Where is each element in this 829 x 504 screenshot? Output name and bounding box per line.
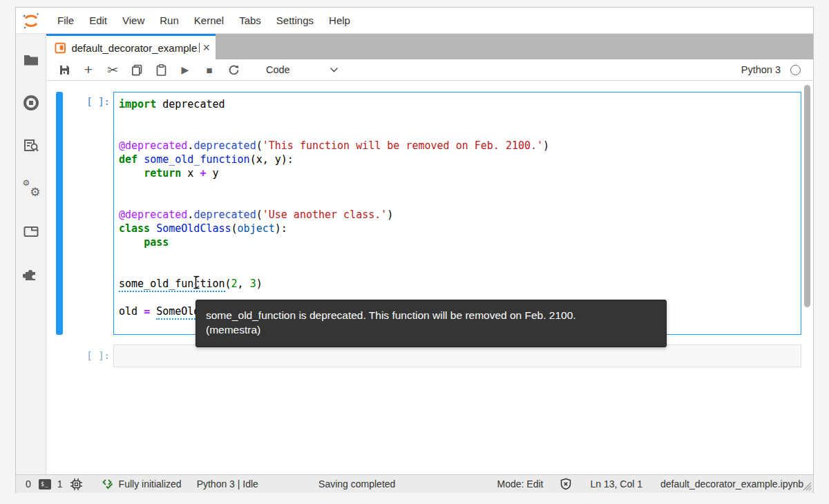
code-line[interactable]: [119, 125, 801, 139]
left-sidebar: ⚙ ⚙: [16, 34, 46, 474]
settings-gears-icon[interactable]: ⚙ ⚙: [23, 180, 39, 197]
code-editor[interactable]: import deprecated @deprecated.deprecated…: [113, 92, 801, 335]
tooltip-line2: (memestra): [206, 322, 656, 337]
cut-cells-button[interactable]: ✂: [104, 61, 121, 78]
menu-settings[interactable]: Settings: [269, 8, 321, 34]
tab-close-icon[interactable]: ×: [202, 42, 210, 53]
kernel-name-button[interactable]: Python 3: [741, 64, 781, 75]
save-button[interactable]: [56, 61, 73, 78]
tab-title: default_decorator_example.i: [71, 42, 198, 54]
code-line[interactable]: [119, 194, 801, 208]
cell-input-prompt: [ ]:: [78, 350, 110, 361]
code-line[interactable]: some_old_function(2, 3): [119, 277, 801, 291]
command-mode-indicator[interactable]: Mode: Edit: [497, 478, 544, 490]
code-line[interactable]: class SomeOldClass(object):: [119, 222, 801, 235]
kernel-status-icon[interactable]: [790, 65, 801, 75]
cell-collapser-bar[interactable]: [56, 92, 63, 335]
kernel-status-item[interactable]: Python 3 | Idle: [197, 478, 258, 490]
code-line[interactable]: [119, 263, 801, 277]
empty-code-cell[interactable]: [113, 345, 801, 367]
code-line[interactable]: @deprecated.deprecated('Use another clas…: [119, 208, 801, 222]
file-browser-icon[interactable]: [23, 52, 39, 68]
notebook-toolbar: + ✂ ▶ ■ Code Python 3: [46, 59, 813, 81]
terminal-icon: $_: [39, 479, 51, 490]
dock-tab-bar: default_decorator_example.i ×: [46, 34, 813, 59]
code-line[interactable]: @deprecated.deprecated('This function wi…: [119, 139, 801, 153]
mouse-ibeam-cursor: [192, 275, 201, 289]
code-line[interactable]: pass: [119, 235, 801, 249]
resize-grip-icon[interactable]: [801, 480, 812, 491]
deprecation-tooltip: some_old_function is deprecated. This fu…: [196, 300, 667, 347]
menu-run[interactable]: Run: [152, 8, 187, 34]
kernel-chip-icon: [70, 478, 83, 491]
cursor-position[interactable]: Ln 13, Col 1: [590, 478, 642, 490]
menu-bar: File Edit View Run Kernel Tabs Settings …: [16, 8, 813, 34]
status-bar: 0 $_ 1 Fully initialized Py: [16, 474, 813, 493]
lsp-status-label: Fully initialized: [119, 478, 182, 490]
open-tabs-icon[interactable]: [23, 223, 39, 240]
notebook-panel: [ ]: import deprecated @deprecated.depre…: [46, 81, 813, 474]
menu-kernel[interactable]: Kernel: [187, 8, 231, 34]
kernels-count[interactable]: 1: [57, 478, 63, 490]
stop-kernel-button[interactable]: ■: [201, 61, 218, 78]
code-line[interactable]: import deprecated: [119, 97, 801, 111]
cell-type-select[interactable]: Code: [266, 64, 290, 75]
menu-tabs[interactable]: Tabs: [231, 8, 269, 34]
code-check-icon: [102, 478, 114, 490]
menu-help[interactable]: Help: [321, 8, 358, 34]
active-filename: default_decorator_example.ipynb: [660, 478, 803, 490]
cell-input-prompt: [ ]:: [78, 96, 110, 107]
saving-status: Saving completed: [258, 478, 497, 490]
vertical-scrollbar-thumb[interactable]: [804, 85, 810, 307]
code-line[interactable]: return x + y: [119, 166, 801, 180]
restart-kernel-button[interactable]: [225, 61, 242, 78]
jupyter-logo-icon: [22, 11, 40, 30]
property-inspector-icon[interactable]: [23, 137, 39, 154]
run-cell-button[interactable]: ▶: [177, 61, 193, 78]
terminals-count[interactable]: 0: [26, 478, 31, 490]
menu-view[interactable]: View: [115, 8, 152, 34]
tab-title-truncation-bar: [199, 43, 200, 52]
jupyterlab-window: File Edit View Run Kernel Tabs Settings …: [15, 7, 814, 493]
chevron-down-icon[interactable]: [326, 61, 343, 78]
trust-shield-icon[interactable]: [560, 478, 572, 490]
extension-manager-icon[interactable]: [23, 266, 39, 282]
menu-file[interactable]: File: [50, 8, 82, 34]
menu-edit[interactable]: Edit: [82, 8, 115, 34]
running-kernels-icon[interactable]: [23, 95, 39, 111]
code-line[interactable]: def some_old_function(x, y):: [119, 153, 801, 166]
notebook-file-icon: [55, 42, 66, 54]
tooltip-line1: some_old_function is deprecated. This fu…: [206, 308, 656, 322]
add-cell-button[interactable]: +: [80, 61, 97, 78]
code-line[interactable]: [119, 249, 801, 263]
lsp-status-item[interactable]: Fully initialized: [102, 478, 182, 490]
notebook-tab[interactable]: default_decorator_example.i ×: [46, 34, 216, 59]
copy-cells-button[interactable]: [128, 61, 145, 78]
code-line[interactable]: [119, 180, 801, 194]
paste-cells-button[interactable]: [153, 61, 169, 78]
code-line[interactable]: [119, 111, 801, 125]
